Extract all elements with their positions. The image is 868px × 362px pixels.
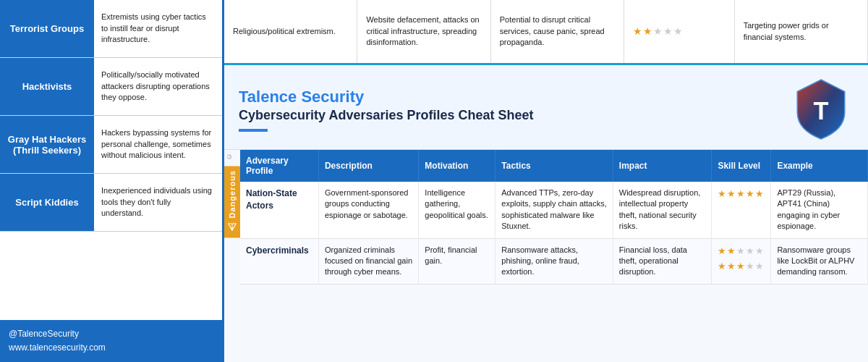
skill-stars-terrorist: ★★★★★ bbox=[633, 25, 684, 39]
top-col-motivation: Religious/political extremism. bbox=[224, 0, 357, 63]
shield-logo: T bbox=[788, 77, 854, 142]
sidebar-desc-terrorist: Extremists using cyber tactics to instil… bbox=[94, 0, 222, 57]
top-data-row: Religious/political extremism. Website d… bbox=[224, 0, 868, 65]
sidebar-desc-hacktivists: Politically/socially motivated attackers… bbox=[94, 58, 222, 115]
col-header-description: Description bbox=[318, 150, 418, 182]
sidebar-label-scriptkiddies: Script Kiddies bbox=[0, 174, 94, 231]
sidebar-label-hacktivists: Hacktivists bbox=[0, 58, 94, 115]
col-header-motivation: Motivation bbox=[419, 150, 495, 182]
cell-profile-cybercriminals: Cybercriminals bbox=[240, 238, 318, 284]
table-wrapper: Adversary Profile Description Motivation… bbox=[240, 150, 868, 362]
cell-example-cybercriminals: Ransomware groups like LockBit or ALPHV … bbox=[771, 238, 868, 284]
danger-side: © ⚠ Dangerous bbox=[224, 150, 240, 362]
skill-stars-nation-state: ★★★★★ bbox=[718, 188, 765, 201]
table-row: Nation-State Actors Government-sponsored… bbox=[240, 182, 868, 238]
cell-example-nation-state: APT29 (Russia), APT41 (China) engaging i… bbox=[771, 182, 868, 238]
col-header-impact: Impact bbox=[613, 150, 712, 182]
cell-desc-nation-state: Government-sponsored groups conducting e… bbox=[318, 182, 418, 238]
bottom-bar: @TalenceSecurity www.talencesecurity.com bbox=[0, 320, 222, 362]
cell-desc-cybercriminals: Organized criminals focused on financial… bbox=[318, 238, 418, 284]
header-accent bbox=[239, 129, 268, 132]
sidebar-desc-scriptkiddies: Inexperienced individuals using tools th… bbox=[94, 174, 222, 231]
cell-impact-nation-state: Widespread disruption, intellectual prop… bbox=[613, 182, 712, 238]
sidebar-desc-grayhat: Hackers bypassing systems for personal c… bbox=[94, 116, 222, 173]
sidebar-row-grayhat: Gray Hat Hackers (Thrill Seekers) Hacker… bbox=[0, 116, 222, 174]
header-text: Talence Security Cybersecurity Adversari… bbox=[239, 88, 534, 132]
cell-tactics-cybercriminals: Ransomware attacks, phishing, online fra… bbox=[495, 238, 613, 284]
top-col-impact: Potential to disrupt critical services, … bbox=[491, 0, 624, 63]
sidebar-row-hacktivists: Hacktivists Politically/socially motivat… bbox=[0, 58, 222, 116]
cell-tactics-nation-state: Advanced TTPs, zero-day exploits, supply… bbox=[495, 182, 613, 238]
table-header-row: Adversary Profile Description Motivation… bbox=[240, 150, 868, 182]
main-content: Religious/political extremism. Website d… bbox=[224, 0, 868, 362]
sidebar-row-scriptkiddies: Script Kiddies Inexperienced individuals… bbox=[0, 174, 222, 232]
svg-text:T: T bbox=[814, 97, 829, 125]
header-subtitle: Cybersecurity Adversaries Profiles Cheat… bbox=[239, 108, 534, 123]
skill-stars-cybercriminals-row1: ★★★★★ bbox=[718, 245, 765, 258]
copyright: © bbox=[224, 150, 234, 163]
col-header-profile: Adversary Profile bbox=[240, 150, 318, 182]
dangerous-label: ⚠ Dangerous bbox=[224, 166, 240, 237]
header-section: Talence Security Cybersecurity Adversari… bbox=[224, 65, 868, 150]
col-header-skill: Skill Level bbox=[712, 150, 771, 182]
cell-skill-cybercriminals: ★★★★★ ★★★★★ bbox=[712, 238, 771, 284]
cell-impact-cybercriminals: Financial loss, data theft, operational … bbox=[613, 238, 712, 284]
skill-stars-cybercriminals-row2: ★★★★★ bbox=[718, 260, 765, 273]
col-header-example: Example bbox=[771, 150, 868, 182]
cell-skill-nation-state: ★★★★★ bbox=[712, 182, 771, 238]
website-url: www.talencesecurity.com bbox=[9, 341, 213, 355]
col-header-tactics: Tactics bbox=[495, 150, 613, 182]
danger-top-spacer: © bbox=[224, 150, 240, 166]
cell-motivation-nation-state: Intelligence gathering, geopolitical goa… bbox=[419, 182, 495, 238]
sidebar-label-grayhat: Gray Hat Hackers (Thrill Seekers) bbox=[0, 116, 94, 173]
social-handle: @TalenceSecurity bbox=[9, 327, 213, 341]
header-title: Talence Security bbox=[239, 88, 534, 106]
table-area: © ⚠ Dangerous Adversary Profile Descript… bbox=[224, 150, 868, 362]
top-col-example: Targeting power grids or financial syste… bbox=[735, 0, 868, 63]
top-col-skill: ★★★★★ bbox=[624, 0, 735, 63]
adversary-table: Adversary Profile Description Motivation… bbox=[240, 150, 868, 285]
sidebar-label-terrorist: Terrorist Groups bbox=[0, 0, 94, 57]
cell-profile-nation-state: Nation-State Actors bbox=[240, 182, 318, 238]
cell-motivation-cybercriminals: Profit, financial gain. bbox=[419, 238, 495, 284]
left-sidebar: Terrorist Groups Extremists using cyber … bbox=[0, 0, 224, 362]
danger-icon: ⚠ bbox=[226, 221, 238, 233]
sidebar-row-terrorist: Terrorist Groups Extremists using cyber … bbox=[0, 0, 222, 58]
top-col-tactics: Website defacement, attacks on critical … bbox=[357, 0, 490, 63]
table-row: Cybercriminals Organized criminals focus… bbox=[240, 238, 868, 284]
